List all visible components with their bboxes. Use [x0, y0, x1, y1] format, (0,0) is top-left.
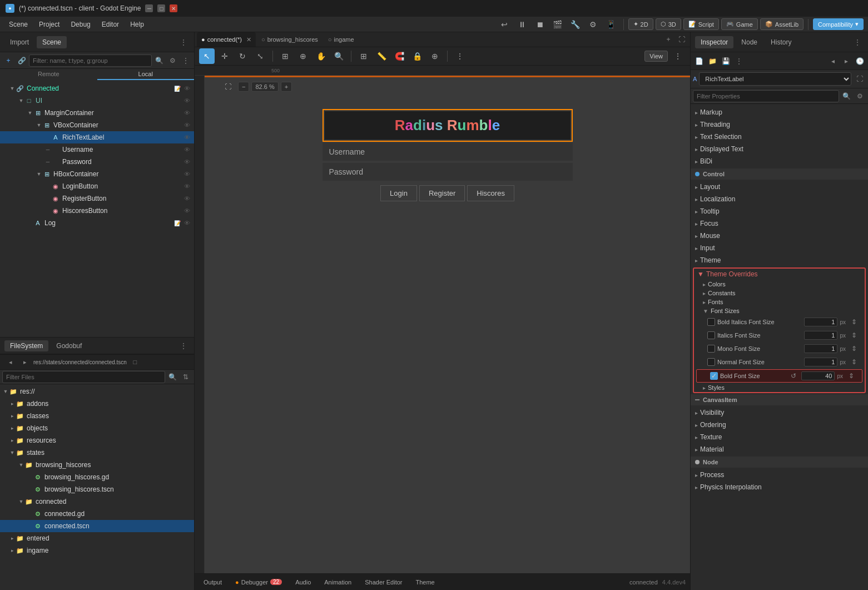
- bold-refresh-btn[interactable]: ↺: [788, 370, 799, 381]
- hiscoresbtn-visibility-icon[interactable]: 👁: [182, 207, 192, 214]
- theme-overrides-header[interactable]: ▼ Theme Overrides: [694, 269, 865, 280]
- menu-editor[interactable]: Editor: [97, 19, 123, 30]
- viewport-more-btn[interactable]: ⋮: [670, 48, 686, 64]
- vp-tab-browsing[interactable]: ○ browsing_hiscores: [257, 32, 323, 47]
- group-markup[interactable]: ▸ Markup: [691, 106, 868, 118]
- vp-tab-connected[interactable]: ● connected(*) ✕: [197, 32, 256, 47]
- bold-italics-adjust[interactable]: ⇕: [848, 316, 860, 328]
- mono-input[interactable]: [804, 344, 837, 353]
- view-btn[interactable]: View: [644, 51, 668, 62]
- fs-item-connected-tscn[interactable]: ⚙ connected.tscn: [0, 520, 194, 532]
- italics-input[interactable]: [804, 331, 837, 340]
- anchor-btn[interactable]: ⊞: [277, 48, 293, 64]
- fs-item-resources[interactable]: ▸ 📁 resources: [0, 434, 194, 447]
- fs-item-connected-folder[interactable]: ▼ 📁 connected: [0, 495, 194, 508]
- stop-btn[interactable]: ⏹: [532, 17, 548, 32]
- tree-item-loginbtn[interactable]: ◉ LoginButton 👁: [0, 180, 194, 192]
- zoom-out-btn[interactable]: 🔍: [331, 48, 346, 64]
- scene-filter-btn[interactable]: ⚙: [166, 54, 178, 67]
- registerbtn-visibility-icon[interactable]: 👁: [182, 195, 192, 202]
- fs-item-states[interactable]: ▼ 📁 states: [0, 447, 194, 459]
- more-tools-btn[interactable]: ⋮: [452, 48, 468, 64]
- canvas-expand-btn[interactable]: ⛶: [220, 79, 236, 95]
- bold-input[interactable]: [801, 371, 835, 380]
- btn-2d[interactable]: ✦ 2D: [628, 18, 653, 30]
- shader-editor-tab[interactable]: Shader Editor: [360, 578, 406, 587]
- sub-styles[interactable]: ▸ Styles: [694, 383, 865, 392]
- fs-item-browsing-tscn[interactable]: ⚙ browsing_hiscores.tscn: [0, 483, 194, 495]
- inspector-search-icon[interactable]: 🔍: [840, 90, 852, 102]
- mono-adjust[interactable]: ⇕: [848, 343, 860, 355]
- rotate-tool-btn[interactable]: ↻: [235, 48, 250, 64]
- node-history-btn[interactable]: 🕒: [854, 55, 866, 67]
- sub-colors[interactable]: ▸ Colors: [694, 280, 865, 289]
- group-layout[interactable]: ▸ Layout: [691, 181, 868, 193]
- theme-tab[interactable]: Theme: [411, 578, 439, 587]
- tree-item-hiscoresbtn[interactable]: ◉ HiscoresButton 👁: [0, 205, 194, 217]
- menu-project[interactable]: Project: [34, 19, 64, 30]
- group-material[interactable]: ▸ Material: [691, 443, 868, 455]
- scene-tab[interactable]: Scene: [37, 36, 67, 48]
- fs-item-entered[interactable]: ▸ 📁 entered: [0, 532, 194, 544]
- tree-item-ui[interactable]: ▼ □ UI 👁: [0, 95, 194, 107]
- btn-game[interactable]: 🎮 Game: [721, 18, 758, 30]
- tree-arrow-hbox[interactable]: ▼: [36, 171, 42, 177]
- ruler-btn[interactable]: 📏: [374, 48, 389, 64]
- inspect-folder-btn[interactable]: 📁: [706, 55, 718, 67]
- settings-btn[interactable]: ⚙: [586, 17, 601, 32]
- mono-checkbox[interactable]: [707, 345, 715, 353]
- bold-italics-input[interactable]: [804, 318, 837, 326]
- fs-item-classes[interactable]: ▸ 📁 classes: [0, 410, 194, 422]
- fs-item-connected-gd[interactable]: ⚙ connected.gd: [0, 508, 194, 520]
- nav-back-btn[interactable]: ◂: [4, 356, 17, 368]
- nav-prev-btn[interactable]: ◂: [827, 55, 839, 67]
- tree-item-password[interactable]: ─ Password 👁: [0, 156, 194, 168]
- fs-filter-input[interactable]: [2, 371, 165, 383]
- debugger-tab[interactable]: ● Debugger 22: [231, 578, 286, 587]
- group-tooltip[interactable]: ▸ Tooltip: [691, 205, 868, 217]
- vp-tab-ingame[interactable]: ○ ingame: [324, 32, 359, 47]
- snap-btn[interactable]: 🧲: [391, 48, 407, 64]
- password-visibility-icon[interactable]: 👁: [182, 158, 192, 165]
- group-text-selection[interactable]: ▸ Text Selection: [691, 131, 868, 143]
- group-input[interactable]: ▸ Input: [691, 242, 868, 254]
- close-tab-connected[interactable]: ✕: [246, 36, 251, 43]
- add-node-btn[interactable]: +: [2, 54, 14, 67]
- inspector-filter-input[interactable]: [693, 90, 839, 102]
- output-tab[interactable]: Output: [199, 578, 226, 587]
- rtl-visibility-icon[interactable]: 👁: [182, 134, 192, 141]
- group-threading[interactable]: ▸ Threading: [691, 118, 868, 131]
- copy-path-btn[interactable]: □: [129, 356, 141, 368]
- group-ordering[interactable]: ▸ Ordering: [691, 419, 868, 431]
- inspect-settings-btn[interactable]: ⋮: [733, 55, 745, 67]
- fs-options-btn[interactable]: ⋮: [177, 340, 190, 352]
- group-mouse[interactable]: ▸ Mouse: [691, 230, 868, 242]
- tree-arrow-ui[interactable]: ▼: [18, 98, 24, 103]
- inspect-save-btn[interactable]: 💾: [720, 55, 732, 67]
- normal-adjust[interactable]: ⇕: [848, 356, 860, 368]
- animation-tab[interactable]: Animation: [320, 578, 356, 587]
- menu-help[interactable]: Help: [126, 19, 148, 30]
- group-theme[interactable]: ▸ Theme: [691, 254, 868, 266]
- lock-btn[interactable]: 🔒: [409, 48, 425, 64]
- group-bidi[interactable]: ▸ BiDi: [691, 155, 868, 167]
- instance-btn[interactable]: 🔗: [16, 54, 28, 67]
- movie-btn[interactable]: 🎬: [550, 17, 566, 32]
- tree-item-hbox[interactable]: ▼ ⊞ HBoxContainer 👁: [0, 168, 194, 180]
- tree-item-log[interactable]: A Log 📝 👁: [0, 217, 194, 229]
- sub-font-sizes[interactable]: ▼ Font Sizes: [694, 306, 865, 315]
- menu-scene[interactable]: Scene: [4, 19, 32, 30]
- fs-item-addons[interactable]: ▸ 📁 addons: [0, 398, 194, 410]
- tree-item-username[interactable]: ─ Username 👁: [0, 143, 194, 156]
- sub-constants[interactable]: ▸ Constants: [694, 289, 865, 298]
- inspect-file-btn[interactable]: 📄: [693, 55, 705, 67]
- bold-adjust[interactable]: ⇕: [845, 370, 857, 382]
- username-visibility-icon[interactable]: 👁: [182, 146, 192, 153]
- group-physics-interp[interactable]: ▸ Physics Interpolation: [691, 481, 868, 493]
- tree-item-vbox[interactable]: ▼ ⊞ VBoxContainer 👁: [0, 119, 194, 131]
- btn-assetlib[interactable]: 📦 AssetLib: [760, 18, 803, 30]
- vbox-visibility-icon[interactable]: 👁: [182, 122, 192, 128]
- pan-btn[interactable]: ✋: [313, 48, 329, 64]
- connected-visibility-icon[interactable]: 👁: [182, 85, 192, 92]
- bold-checkbox[interactable]: ✓: [710, 372, 718, 380]
